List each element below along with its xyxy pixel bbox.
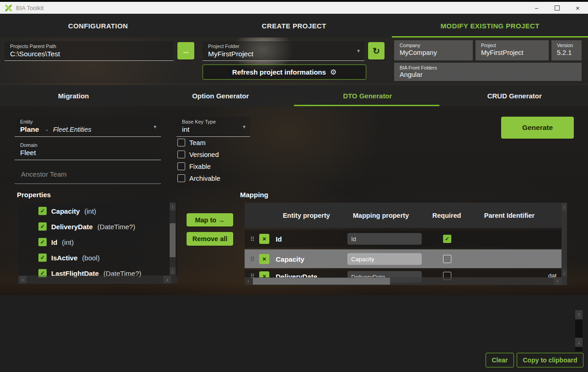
scroll-right-arrow-icon[interactable]: › [164,276,171,283]
projects-parent-path-value: C:\Sources\Test [10,50,60,58]
projects-parent-path-label: Projects Parent Path [10,43,56,49]
domain-value: Fleet [20,149,36,157]
entity-property-name: Capacity [276,255,305,263]
property-item[interactable]: IsActive (bool) [38,253,100,263]
maximize-button[interactable] [547,2,567,14]
property-type: (DateTime?) [97,223,135,231]
property-checkbox[interactable] [38,253,47,262]
col-entity-property: Entity property [283,212,330,219]
property-checkbox[interactable] [38,207,47,215]
scroll-up-arrow-icon[interactable]: ↑ [575,310,583,319]
remove-row-button[interactable]: × [259,234,269,244]
property-item[interactable]: DeliveryDate (DateTime?) [38,221,135,232]
active-main-tab-underline [392,36,588,38]
project-value: MyFirstProject [481,49,524,56]
entity-property-name: Id [276,235,282,243]
fixable-label: Fixable [189,163,211,170]
entity-dropdown[interactable]: Entity Plane - Fleet.Entities ▾ [15,117,161,137]
tab-option-generator[interactable]: Option Generator [147,85,294,106]
mapping-row-capacity[interactable]: ⠿ × Capacity [245,249,561,268]
remove-all-button[interactable]: Remove all [187,232,233,246]
refresh-icon: ↻ [373,46,380,56]
property-item[interactable]: Capacity (int) [38,206,96,216]
window-title: BIA Toolkit [16,5,43,11]
property-type: (int) [62,238,74,246]
properties-hscrollbar-track[interactable] [18,275,177,284]
close-button[interactable]: × [567,2,588,14]
scroll-left-arrow-icon[interactable]: ‹ [245,277,252,285]
company-box: Company MyCompany [394,40,473,60]
generate-button[interactable]: Generate [501,117,574,139]
tab-crud-generator[interactable]: CRUD Generator [441,85,588,106]
remove-row-button[interactable]: × [259,254,269,264]
versioned-label: Versioned [189,151,219,158]
property-type: (int) [85,207,96,215]
mapping-table-header: Entity property Mapping property Require… [245,203,561,228]
property-type: (bool) [82,254,100,262]
scroll-left-arrow-icon[interactable]: ‹ [19,276,27,283]
scroll-up-arrow-icon[interactable]: ↑ [561,204,567,211]
required-checkbox[interactable] [443,235,451,243]
mapping-hscrollbar-thumb[interactable] [253,278,390,285]
refresh-projects-button[interactable]: ↻ [368,42,385,59]
map-to-button[interactable]: Map to → [187,213,233,226]
minimize-button[interactable]: – [526,2,547,14]
maximize-icon [555,5,560,11]
browse-button[interactable]: ... [177,42,194,59]
main-tab-bar: CONFIGURATION CREATE PROJECT MODIFY EXIS… [0,14,588,38]
app-logo-icon [5,4,12,12]
version-value: 5.2.1 [557,49,572,56]
refresh-project-informations-button[interactable]: Refresh project informations ⚙ [203,65,366,80]
mapping-title: Mapping [240,191,268,199]
scroll-right-arrow-icon[interactable]: › [554,277,561,285]
generator-tab-bar: Migration Option Generator DTO Generator… [0,85,588,106]
tab-migration[interactable]: Migration [0,85,147,106]
project-folder-dropdown[interactable]: Project Folder MyFirstProject ▾ [203,41,364,61]
gear-icon: ⚙ [330,68,337,76]
mapping-row-id[interactable]: ⠿ × Id [245,230,561,248]
domain-field[interactable]: Domain Fleet [15,140,161,160]
mapping-property-input[interactable] [347,253,422,264]
option-fixable[interactable]: Fixable [177,162,211,170]
clear-button[interactable]: Clear [486,353,514,367]
bia-front-folders-box: BIA Front Folders Angular [394,63,582,81]
version-box: Version 5.2.1 [551,40,582,60]
fixable-checkbox[interactable] [177,162,185,170]
property-checkbox[interactable] [38,222,47,231]
col-required: Required [433,212,461,219]
option-versioned[interactable]: Versioned [177,151,219,158]
property-item[interactable]: Id (int) [38,237,74,247]
properties-vscrollbar-thumb[interactable] [170,223,176,257]
ancestor-team-input[interactable] [20,163,157,184]
base-key-type-dropdown[interactable]: Base Key Type int ▾ [176,117,250,137]
tab-modify-existing-project[interactable]: MODIFY EXISTING PROJECT [392,14,588,38]
active-sub-tab-underline [294,105,439,106]
output-panel: MyCompany.MyFirstProject.WorkerService :… [0,295,588,372]
option-archivable[interactable]: Archivable [177,174,220,182]
tab-create-project[interactable]: CREATE PROJECT [196,14,392,38]
team-checkbox[interactable] [177,139,185,146]
copy-to-clipboard-button[interactable]: Copy to clipboard [517,353,583,367]
scroll-up-arrow-icon[interactable]: ↑ [170,203,176,210]
required-checkbox[interactable] [443,255,451,263]
scroll-down-arrow-icon[interactable]: ↓ [561,269,567,276]
scroll-down-arrow-icon[interactable]: ↓ [575,338,583,347]
project-folder-label: Project Folder [208,43,239,49]
property-name: IsActive [51,254,78,262]
properties-list: Capacity (int) DeliveryDate (DateTime?) … [18,202,177,284]
property-checkbox[interactable] [38,238,47,246]
projects-parent-path-field[interactable]: Projects Parent Path C:\Sources\Test [5,41,174,61]
property-name: Capacity [51,207,80,215]
versioned-checkbox[interactable] [177,151,185,158]
drag-handle-icon[interactable]: ⠿ [250,255,254,262]
tab-dto-generator[interactable]: DTO Generator [294,85,441,106]
chevron-down-icon: ▾ [357,48,360,54]
entity-value: Plane [20,125,39,134]
drag-handle-icon[interactable]: ⠿ [250,236,254,243]
mapping-property-input[interactable] [347,233,422,245]
archivable-checkbox[interactable] [177,174,185,182]
scroll-down-arrow-icon[interactable]: ↓ [170,267,176,275]
tab-configuration[interactable]: CONFIGURATION [0,14,196,38]
titlebar: BIA Toolkit – × [0,2,588,14]
option-team[interactable]: Team [177,139,205,146]
